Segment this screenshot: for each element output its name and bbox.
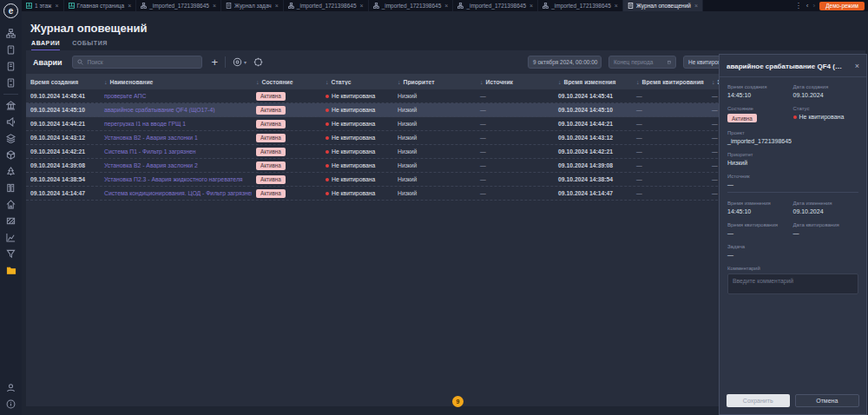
close-icon[interactable]: × bbox=[529, 3, 533, 9]
sort-icon[interactable]: ↓ bbox=[256, 79, 260, 85]
cell-source: — bbox=[476, 93, 554, 99]
tab-label: _imported_1721398645 bbox=[551, 3, 611, 9]
filter-icon[interactable] bbox=[2, 246, 20, 262]
alarm-name-link[interactable]: Система П1 - Фильтр 1 загрязнен bbox=[100, 148, 252, 155]
close-icon[interactable]: × bbox=[444, 3, 448, 9]
sort-icon[interactable]: ↓ bbox=[480, 79, 483, 85]
close-icon[interactable]: × bbox=[128, 3, 131, 9]
column-header-state[interactable]: ↓Состояние bbox=[252, 79, 321, 85]
state-badge: Активна bbox=[256, 134, 286, 142]
tab-imported-1[interactable]: _imported_1721398645× bbox=[136, 0, 221, 11]
box-icon[interactable] bbox=[2, 147, 20, 163]
column-header-priority[interactable]: ↓Приоритет bbox=[393, 79, 476, 85]
chevron-left-icon[interactable]: ‹ bbox=[806, 3, 809, 10]
add-alarm-button[interactable]: + bbox=[211, 56, 218, 68]
save-button[interactable]: Сохранить bbox=[727, 394, 790, 407]
column-header-acked[interactable]: ↓Время квитирования bbox=[632, 79, 707, 85]
chart-icon[interactable] bbox=[2, 229, 20, 246]
period-start-field[interactable]: 9 октября 2024, 00:00:00 × bbox=[528, 56, 602, 69]
column-header-source[interactable]: ↓Источник bbox=[476, 79, 554, 85]
close-icon[interactable]: × bbox=[615, 3, 618, 9]
info-icon[interactable] bbox=[2, 396, 20, 412]
cell-acked: — bbox=[632, 176, 707, 182]
alarm-name-link[interactable]: аварийное срабатывание QF4 (ЩО17-4) bbox=[100, 107, 252, 113]
field-value: — bbox=[727, 252, 858, 258]
cell-state: Активна bbox=[252, 92, 321, 101]
field-modified-time: Время изменения 14:45:10 bbox=[727, 201, 793, 214]
column-label: Время изменения bbox=[564, 79, 616, 85]
close-icon[interactable]: × bbox=[213, 3, 216, 9]
field-label: Время квитирования bbox=[727, 222, 793, 227]
sort-icon[interactable]: ↓ bbox=[326, 79, 329, 85]
tab-task-journal[interactable]: Журнал задач× bbox=[221, 0, 284, 11]
home-icon[interactable] bbox=[2, 196, 20, 213]
sort-icon[interactable]: ↓ bbox=[712, 79, 715, 85]
cell-acked: — bbox=[632, 135, 707, 141]
journal-icon[interactable] bbox=[2, 42, 20, 58]
books-icon[interactable] bbox=[2, 180, 20, 196]
sort-icon[interactable]: ↓ bbox=[398, 79, 401, 85]
column-header-modified[interactable]: ↓Время изменения bbox=[554, 79, 632, 85]
journal-icon-3[interactable] bbox=[2, 75, 20, 91]
user-icon[interactable] bbox=[2, 379, 20, 396]
cell-modified: 09.10.2024 14:38:54 bbox=[554, 176, 632, 182]
close-icon[interactable]: × bbox=[55, 3, 58, 9]
tab-imported-2[interactable]: _imported_1721398645× bbox=[284, 0, 369, 11]
unacked-dot-icon bbox=[793, 115, 797, 119]
cell-created: 09.10.2024 14:45:41 bbox=[26, 93, 100, 99]
field-label: Время создания bbox=[727, 84, 793, 89]
tab-imported-4[interactable]: _imported_1721398645× bbox=[453, 0, 538, 11]
cell-created: 09.10.2024 14:43:12 bbox=[26, 135, 100, 141]
tab-alert-journal-active[interactable]: Журнал оповещений× bbox=[623, 0, 703, 11]
status-text: Не квитирована bbox=[332, 135, 375, 141]
notification-count-badge[interactable]: 9 bbox=[452, 396, 464, 407]
acknowledge-menu-button[interactable]: ▾ bbox=[233, 57, 247, 67]
tab-imported-5[interactable]: _imported_1721398645× bbox=[538, 0, 623, 11]
close-icon[interactable]: × bbox=[694, 3, 698, 9]
close-icon[interactable]: × bbox=[360, 3, 364, 9]
alarm-name-link[interactable]: перегрузка I1 на вводе ГРЩ 1 bbox=[100, 121, 252, 127]
close-icon[interactable]: × bbox=[275, 3, 279, 9]
app-logo-icon: e bbox=[3, 3, 18, 18]
speaker-icon[interactable] bbox=[2, 114, 20, 130]
tab-imported-3[interactable]: _imported_1721398645× bbox=[369, 0, 454, 11]
hatched-area-icon[interactable] bbox=[2, 213, 20, 229]
field-label: Дата квитирования bbox=[793, 222, 859, 227]
table-settings-button[interactable] bbox=[253, 57, 263, 67]
column-header-created[interactable]: Время создания bbox=[26, 79, 100, 85]
bank-icon[interactable] bbox=[2, 97, 20, 114]
alarm-name-link[interactable]: Установка В2 - Авария заслонки 2 bbox=[100, 162, 252, 168]
clear-icon[interactable]: × bbox=[601, 59, 602, 65]
alarm-name-link[interactable]: Установка В2 - Авария заслонки 1 bbox=[100, 135, 252, 141]
tree-icon[interactable] bbox=[2, 163, 20, 180]
field-state: Состояние Активна bbox=[727, 106, 793, 122]
column-header-name[interactable]: ↓Наименование bbox=[100, 79, 252, 85]
tab-overflow-menu-icon[interactable]: ⋮ bbox=[795, 3, 802, 10]
period-end-input[interactable] bbox=[614, 59, 664, 65]
layers-icon[interactable] bbox=[2, 130, 20, 147]
close-icon[interactable]: × bbox=[855, 62, 859, 70]
alarm-name-link[interactable]: Система кондиционирования. ЦОД - Фильтр … bbox=[100, 190, 252, 196]
sort-icon[interactable]: ↓ bbox=[558, 79, 562, 85]
alarm-name-link[interactable]: проверьте АПС bbox=[100, 93, 252, 99]
search-input[interactable] bbox=[87, 59, 197, 65]
tab-main-page[interactable]: Главная страница× bbox=[64, 0, 137, 11]
field-label: Состояние bbox=[727, 106, 793, 111]
cancel-button[interactable]: Отмена bbox=[795, 394, 860, 407]
folder-icon-active[interactable] bbox=[2, 262, 20, 279]
sort-icon[interactable]: ↓ bbox=[104, 79, 108, 85]
cell-source: — bbox=[476, 148, 554, 155]
column-header-status[interactable]: ↓Статус bbox=[321, 79, 393, 85]
alarm-name-link[interactable]: Установка П2.3 - Авария жидкостного нагр… bbox=[100, 176, 252, 182]
field-value: 09.10.2024 bbox=[793, 92, 859, 98]
hierarchy-icon[interactable] bbox=[2, 25, 20, 42]
comment-input[interactable] bbox=[727, 273, 858, 294]
sidebar: e bbox=[0, 0, 22, 415]
demo-mode-button[interactable]: Демо-режим bbox=[819, 2, 865, 10]
status-text: Не квитирована bbox=[332, 148, 375, 155]
chevron-right-icon[interactable]: › bbox=[812, 3, 815, 10]
tab-floor-1[interactable]: 1 этаж× bbox=[22, 0, 64, 11]
sort-icon[interactable]: ↓ bbox=[636, 79, 640, 85]
journal-icon-2[interactable] bbox=[2, 58, 20, 75]
cell-created: 09.10.2024 14:44:21 bbox=[26, 121, 100, 127]
